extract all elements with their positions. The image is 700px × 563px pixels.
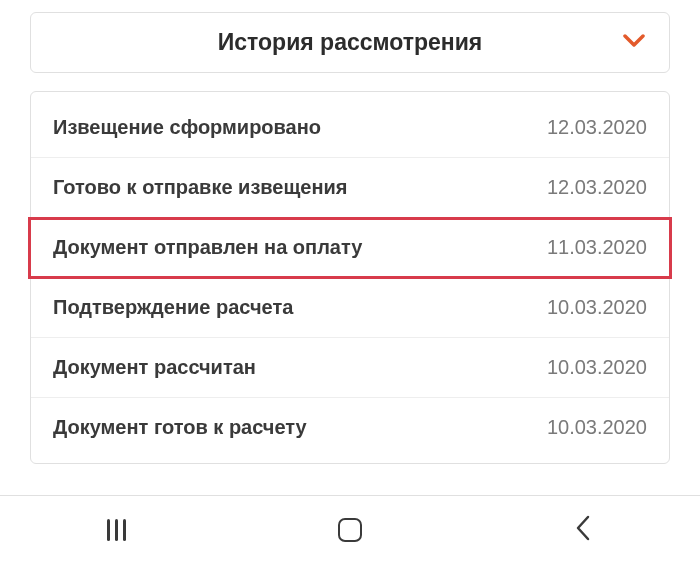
android-nav-bar (0, 495, 700, 563)
home-button[interactable] (330, 510, 370, 550)
recents-icon (107, 519, 126, 541)
history-list: Извещение сформировано 12.03.2020 Готово… (30, 91, 670, 464)
history-row[interactable]: Подтверждение расчета 10.03.2020 (31, 278, 669, 338)
history-row[interactable]: Готово к отправке извещения 12.03.2020 (31, 158, 669, 218)
history-row-date: 11.03.2020 (547, 236, 647, 259)
history-row-label: Документ готов к расчету (53, 416, 307, 439)
history-row[interactable]: Документ готов к расчету 10.03.2020 (31, 398, 669, 457)
history-row-date: 10.03.2020 (547, 356, 647, 379)
chevron-down-icon (623, 34, 645, 52)
history-row-label: Документ отправлен на оплату (53, 236, 362, 259)
history-row-highlighted[interactable]: Документ отправлен на оплату 11.03.2020 (29, 218, 671, 278)
recents-button[interactable] (97, 510, 137, 550)
history-row-date: 10.03.2020 (547, 416, 647, 439)
history-header[interactable]: История рассмотрения (30, 12, 670, 73)
history-row[interactable]: Документ рассчитан 10.03.2020 (31, 338, 669, 398)
history-row-date: 12.03.2020 (547, 116, 647, 139)
history-row-date: 12.03.2020 (547, 176, 647, 199)
history-row-label: Извещение сформировано (53, 116, 321, 139)
history-row-label: Готово к отправке извещения (53, 176, 348, 199)
section-title: История рассмотрения (218, 29, 483, 56)
home-icon (338, 518, 362, 542)
back-button[interactable] (563, 510, 603, 550)
history-row[interactable]: Извещение сформировано 12.03.2020 (31, 98, 669, 158)
history-row-label: Подтверждение расчета (53, 296, 293, 319)
history-row-label: Документ рассчитан (53, 356, 256, 379)
history-row-date: 10.03.2020 (547, 296, 647, 319)
back-icon (574, 515, 592, 545)
